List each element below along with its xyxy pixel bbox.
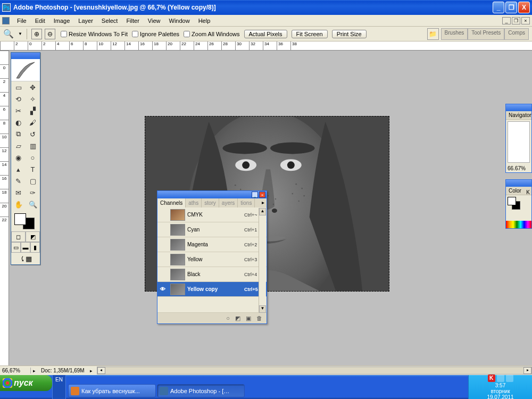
tool-presets-tab[interactable]: Tool Presets — [468, 28, 504, 40]
shape-tool[interactable]: ▢ — [26, 175, 40, 187]
scroll-left-icon[interactable]: ◂ — [97, 367, 105, 374]
tray-icon[interactable] — [506, 375, 513, 382]
dodge-tool[interactable]: ○ — [26, 152, 40, 163]
lasso-tool[interactable]: ⟲ — [11, 93, 26, 105]
start-button[interactable]: пуск — [0, 375, 52, 391]
load-selection-icon[interactable]: ○ — [226, 315, 230, 321]
palette-close-icon[interactable]: × — [259, 192, 265, 198]
kaspersky-icon[interactable]: K — [488, 375, 495, 382]
channel-row[interactable]: Black Ctrl+4 — [157, 267, 267, 282]
channel-row[interactable]: Cyan Ctrl+1 — [157, 222, 267, 237]
eyedropper-tool[interactable]: ✑ — [26, 187, 40, 198]
quickmask-mode-button[interactable]: ◩ — [26, 231, 40, 242]
eraser-tool[interactable]: ▱ — [11, 140, 26, 152]
color-swatch-mini[interactable] — [508, 197, 521, 211]
channel-row[interactable]: 👁 Yellow copy Ctrl+5 — [157, 282, 267, 297]
foreground-color[interactable] — [14, 213, 26, 225]
palette-menu-icon[interactable]: ▸ — [260, 198, 267, 207]
window-minimize-button[interactable]: _ — [493, 2, 504, 13]
channels-palette-header[interactable]: _ × — [157, 191, 267, 198]
standard-mode-button[interactable]: ◻ — [11, 231, 26, 242]
delete-channel-icon[interactable]: 🗑 — [256, 315, 262, 321]
menu-select[interactable]: Select — [97, 16, 122, 25]
menu-filter[interactable]: Filter — [122, 16, 143, 25]
menu-edit[interactable]: Edit — [31, 16, 49, 25]
healing-brush-tool[interactable]: ◐ — [11, 117, 26, 128]
menu-image[interactable]: Image — [49, 16, 74, 25]
visibility-icon[interactable]: 👁 — [157, 286, 168, 292]
menu-file[interactable]: File — [13, 16, 31, 25]
mdi-minimize[interactable]: _ — [502, 17, 511, 24]
actions-tab[interactable]: tions — [238, 198, 255, 207]
gradient-tool[interactable]: ▥ — [26, 140, 40, 152]
mdi-close[interactable]: × — [521, 17, 530, 24]
navigator-thumbnail[interactable] — [508, 121, 530, 163]
history-tab[interactable]: story — [202, 198, 219, 207]
color-swatch[interactable] — [11, 210, 40, 231]
horizontal-scrollbar[interactable]: ◂ ▸ — [97, 367, 532, 375]
menu-layer[interactable]: Layer — [74, 16, 97, 25]
tray-icon[interactable] — [497, 375, 504, 382]
brush-tool[interactable]: 🖌 — [26, 117, 40, 128]
system-tray[interactable]: K 3:57 вторник 19.07.2011 — [468, 375, 532, 399]
taskbar-button[interactable]: Adobe Photoshop - [… — [157, 384, 245, 397]
status-menu2-icon[interactable]: ▸ — [88, 368, 95, 373]
pen-tool[interactable]: ✎ — [11, 175, 26, 187]
channel-row[interactable]: Yellow Ctrl+3 — [157, 252, 267, 267]
paths-tab[interactable]: aths — [186, 198, 202, 207]
taskbar-button[interactable]: Как убрать веснушк... — [68, 384, 156, 397]
hand-tool[interactable]: ✋ — [11, 198, 26, 210]
navigator-tab[interactable]: Navigator — [506, 111, 531, 120]
dropdown-icon[interactable]: ▼ — [18, 31, 22, 36]
palette-minimize-icon[interactable]: _ — [252, 192, 258, 198]
notes-tool[interactable]: ✉ — [11, 187, 26, 198]
jump-to-imageready[interactable]: ⤹▦ — [11, 253, 40, 264]
marquee-tool[interactable]: ▭ — [11, 81, 26, 93]
window-maximize-button[interactable]: ❐ — [505, 2, 517, 13]
save-selection-icon[interactable]: ◩ — [235, 315, 240, 322]
brushes-tab[interactable]: Brushes — [441, 28, 468, 40]
print-size-button[interactable]: Print Size — [332, 30, 367, 38]
scroll-down-icon[interactable]: ▼ — [259, 305, 266, 313]
scroll-right-icon[interactable]: ▸ — [523, 367, 531, 374]
status-menu-icon[interactable]: ▸ — [31, 368, 38, 373]
stamp-tool[interactable]: ⧉ — [11, 128, 26, 140]
blur-tool[interactable]: ◉ — [11, 152, 26, 163]
color-ramp[interactable] — [506, 221, 531, 228]
palette-scrollbar[interactable]: ▲ ▼ — [259, 208, 266, 313]
resize-windows-checkbox[interactable]: Resize Windows To Fit — [61, 31, 128, 37]
slice-tool[interactable]: ▞ — [26, 105, 40, 117]
path-select-tool[interactable]: ▴ — [11, 163, 26, 175]
ignore-palettes-checkbox[interactable]: Ignore Palettes — [132, 31, 179, 37]
status-zoom[interactable]: 66,67% — [0, 368, 31, 373]
menu-view[interactable]: View — [144, 16, 165, 25]
zoom-out-button[interactable]: ⊖ — [45, 29, 55, 39]
menu-help[interactable]: Help — [194, 16, 215, 25]
comps-tab[interactable]: Comps — [504, 28, 529, 40]
move-tool[interactable]: ✥ — [26, 81, 40, 93]
toolbox-header[interactable] — [11, 53, 40, 59]
zoom-all-windows-checkbox[interactable]: Zoom All Windows — [184, 31, 239, 37]
screen-mode-full[interactable]: ▮ — [30, 242, 40, 253]
type-tool[interactable]: T — [26, 163, 40, 175]
fit-screen-button[interactable]: Fit Screen — [292, 30, 328, 38]
screen-mode-standard[interactable]: ▭ — [11, 242, 21, 253]
window-close-button[interactable]: X — [518, 2, 530, 13]
channel-row[interactable]: Magenta Ctrl+2 — [157, 237, 267, 252]
new-channel-icon[interactable]: ▣ — [246, 315, 251, 322]
file-browser-icon[interactable]: 📁 — [427, 28, 439, 40]
menu-window[interactable]: Window — [165, 16, 194, 25]
layers-tab[interactable]: ayers — [219, 198, 238, 207]
mdi-restore[interactable]: ❐ — [512, 17, 520, 24]
screen-mode-full-menu[interactable]: ▬ — [21, 242, 30, 253]
crop-tool[interactable]: ✂ — [11, 105, 26, 117]
color-header[interactable] — [506, 180, 531, 187]
actual-pixels-button[interactable]: Actual Pixels — [244, 30, 287, 38]
scroll-up-icon[interactable]: ▲ — [259, 208, 266, 215]
navigator-zoom-value[interactable]: 66.67% — [506, 164, 531, 172]
zoom-in-button[interactable]: ⊕ — [31, 29, 42, 39]
magic-wand-tool[interactable]: ✧ — [26, 93, 40, 105]
language-indicator[interactable]: EN — [52, 375, 66, 399]
channel-row[interactable]: CMYK Ctrl+~ — [157, 207, 267, 222]
zoom-tool[interactable]: 🔍 — [26, 198, 40, 210]
